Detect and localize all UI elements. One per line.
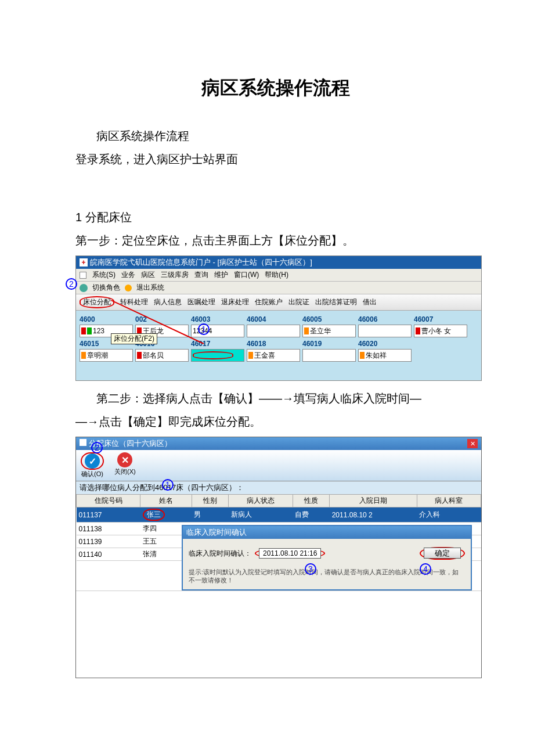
bed-slot[interactable]	[247, 325, 300, 337]
screenshot-assign-dialog: 分配床位（四十六病区） ✕ 2 ✓ 确认(O) ✕ 关闭(X) 请选择哪位病人分…	[75, 437, 482, 678]
tool-transfer[interactable]: 转科处理	[120, 297, 148, 307]
bed-no: 46005	[302, 315, 356, 325]
bed-slot-selected[interactable]	[191, 349, 244, 362]
system-bar: 切换角色 退出系统	[76, 282, 481, 294]
window-title: 皖南医学院弋矶山医院信息系统门户 - [病区护士站（四十六病区）]	[90, 257, 312, 268]
prompt-text: 请选择哪位病人分配到46017床（四十六病区）： 1	[76, 481, 481, 494]
tool-account[interactable]: 住院账户	[255, 297, 283, 307]
menu-bar: 系统(S) 业务 病区 三级库房 查询 维护 窗口(W) 帮助(H)	[76, 269, 481, 282]
menu-stock[interactable]: 三级库房	[161, 270, 189, 280]
menu-system[interactable]: 系统(S)	[92, 270, 116, 280]
menu-window[interactable]: 窗口(W)	[234, 270, 259, 280]
switch-role-icon[interactable]	[80, 284, 88, 292]
tool-discharge-bed[interactable]: 退床处理	[221, 297, 249, 307]
close-icon[interactable]: ✕	[467, 439, 478, 448]
tool-lend[interactable]: 借出	[363, 297, 377, 307]
subtitle: 病区系统操作流程	[75, 124, 476, 147]
section-1: 1 分配床位	[75, 206, 476, 229]
bed-slot[interactable]: 邵名贝	[135, 349, 189, 362]
annot-ring-name: 张三	[143, 509, 165, 521]
modal-title: 临床入院时间确认	[183, 526, 471, 539]
switch-role-label[interactable]: 切换角色	[92, 283, 120, 291]
col-name[interactable]: 姓名	[140, 495, 192, 507]
col-dept[interactable]: 病人科室	[417, 495, 481, 507]
bed-slot[interactable]: 王金喜	[247, 349, 300, 362]
bed-no: 002	[135, 315, 189, 325]
col-nature[interactable]: 性质	[293, 495, 330, 507]
ok-button[interactable]: 确定	[424, 548, 461, 559]
doc-title: 病区系统操作流程	[75, 75, 476, 101]
bed-slot[interactable]	[302, 349, 356, 362]
menu-biz[interactable]: 业务	[121, 270, 135, 280]
tooltip-f2: 床位分配(F2)	[111, 333, 157, 344]
annot-ring-toolbar: 床位分配	[80, 296, 114, 308]
menu-icon	[80, 272, 86, 279]
menu-help[interactable]: 帮助(H)	[265, 270, 288, 280]
annot-num-2: 2	[66, 278, 77, 290]
modal-label: 临床入院时间确认：	[189, 549, 251, 559]
col-sex[interactable]: 性别	[192, 495, 229, 507]
col-state[interactable]: 病人状态	[229, 495, 293, 507]
col-id[interactable]: 住院号码	[77, 495, 140, 507]
time-input[interactable]: 2011.08.10 21:16	[259, 548, 321, 559]
annot-ring-confirm: ✓	[81, 452, 104, 470]
exit-icon[interactable]	[125, 285, 132, 291]
step-2a: 第二步：选择病人点击【确认】——→填写病人临床入院时间—	[75, 387, 476, 410]
empty-area	[76, 591, 481, 678]
annot-ring-time: 2011.08.10 21:16	[255, 548, 325, 559]
annot-num-1: 1	[198, 323, 210, 335]
confirm-button[interactable]: ✓ 确认(O)	[81, 452, 104, 478]
bed-no: 4600	[80, 315, 133, 325]
menu-query[interactable]: 查询	[194, 270, 208, 280]
window-titlebar: + 皖南医学院弋矶山医院信息系统门户 - [病区护士站（四十六病区）]	[76, 256, 481, 269]
tool-patient-info[interactable]: 病人信息	[154, 297, 182, 307]
menu-maintain[interactable]: 维护	[214, 270, 228, 280]
x-icon: ✕	[117, 452, 132, 467]
time-confirm-modal: 临床入院时间确认 临床入院时间确认： 2011.08.10 21:16 确定 3…	[182, 525, 472, 591]
bed-no: 46007	[414, 315, 467, 325]
app-icon: +	[80, 258, 88, 267]
bed-slot[interactable]: 圣立华	[302, 325, 356, 337]
col-date[interactable]: 入院日期	[330, 495, 417, 507]
check-icon: ✓	[85, 453, 100, 469]
bed-no: 46017	[191, 340, 244, 349]
bed-no: 46003	[191, 315, 244, 325]
dialog-toolbar: 2 ✓ 确认(O) ✕ 关闭(X)	[76, 450, 481, 481]
annot-num-3: 3	[305, 563, 316, 575]
close-label: 关闭(X)	[114, 467, 136, 476]
table-row-selected[interactable]: 011137 张三 男 新病人 自费 2011.08.10 2 介入科	[77, 507, 481, 523]
bed-slot[interactable]: 曹小冬 女	[414, 325, 467, 337]
toolbar: 床位分配 转科处理 病人信息 医嘱处理 退床处理 住院账户 出院证 出院结算证明…	[76, 294, 481, 311]
step-1: 第一步：定位空床位，点击主界面上方【床位分配】。	[75, 229, 476, 252]
bed-no: 46006	[358, 315, 412, 325]
bed-slot[interactable]	[358, 325, 412, 337]
tool-order[interactable]: 医嘱处理	[187, 297, 215, 307]
tool-discharge-cert[interactable]: 出院证	[288, 297, 309, 307]
tool-bed-assign[interactable]: 床位分配	[80, 296, 114, 308]
bed-no: 46019	[302, 340, 356, 349]
annot-num-4: 4	[420, 563, 431, 575]
exit-label[interactable]: 退出系统	[136, 283, 164, 293]
bed-slot[interactable]: 朱如祥	[358, 349, 412, 362]
screenshot-bed-assign: + 皖南医学院弋矶山医院信息系统门户 - [病区护士站（四十六病区）] 系统(S…	[75, 255, 482, 381]
annot-num-2: 2	[91, 442, 103, 453]
annot-num-1: 1	[162, 479, 174, 491]
bed-no: 46020	[358, 340, 412, 349]
bed-grid: 4600123 002王后龙 4600312344 46004 46005圣立华…	[76, 311, 481, 380]
menu-ward[interactable]: 病区	[141, 270, 155, 280]
step-2b: —→点击【确定】即完成床位分配。	[75, 410, 476, 433]
annot-ring-ok: 确定	[420, 547, 465, 560]
close-button[interactable]: ✕ 关闭(X)	[114, 452, 136, 478]
bed-no: 46004	[247, 315, 300, 325]
confirm-label: 确认(O)	[81, 470, 103, 478]
tool-settlement-cert[interactable]: 出院结算证明	[315, 297, 357, 307]
dialog-titlebar: 分配床位（四十六病区） ✕	[76, 437, 481, 450]
paragraph-login: 登录系统，进入病区护士站界面	[75, 147, 476, 171]
bed-no: 46018	[247, 340, 300, 349]
bed-slot[interactable]: 章明潮	[80, 349, 133, 362]
